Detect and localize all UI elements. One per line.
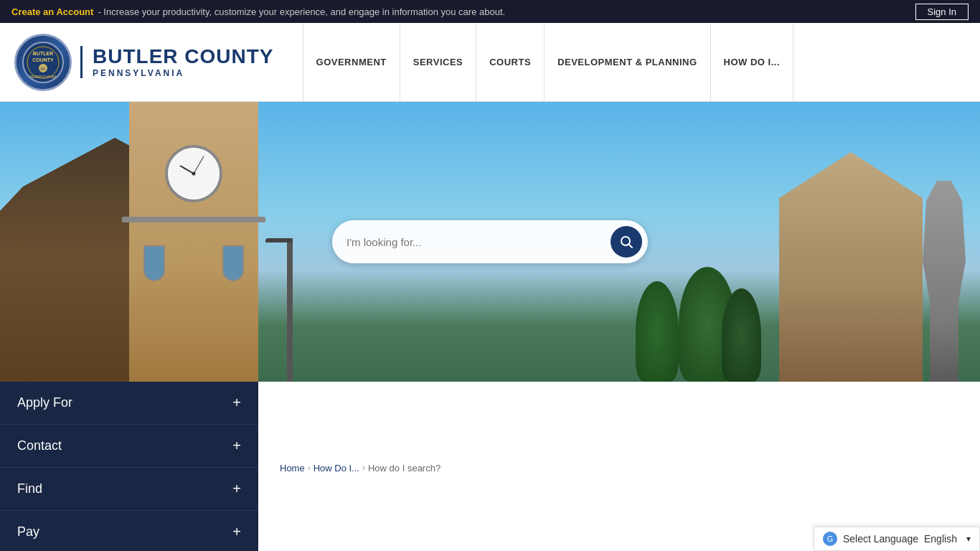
nav-link-development[interactable]: DEVELOPMENT & PLANNING bbox=[545, 23, 710, 101]
language-bar: G Select Language English Spanish French… bbox=[814, 527, 980, 551]
svg-text:BUTLER: BUTLER bbox=[33, 51, 53, 56]
main-nav: GOVERNMENT SERVICES COURTS DEVELOPMENT &… bbox=[303, 23, 966, 101]
search-overlay bbox=[332, 220, 648, 263]
language-select[interactable]: English Spanish French bbox=[924, 533, 961, 545]
language-label: Select Language bbox=[843, 533, 918, 545]
sidebar-item-pay-expand-icon: + bbox=[232, 524, 241, 540]
building-right bbox=[779, 152, 923, 382]
org-name: BUTLER COUNTY bbox=[93, 46, 274, 68]
google-translate-icon: G bbox=[823, 532, 837, 546]
chevron-down-icon: ▾ bbox=[966, 534, 971, 544]
nav-item-government[interactable]: GOVERNMENT bbox=[303, 23, 400, 101]
svg-text:COUNTY: COUNTY bbox=[32, 57, 54, 62]
logo-seal: BUTLER COUNTY PA PENNSYLVANIA bbox=[14, 34, 72, 91]
breadcrumb-home[interactable]: Home bbox=[280, 463, 305, 474]
main-article: Home › How Do I... › How do I search? Ho… bbox=[258, 382, 980, 551]
breadcrumb-how-do-i[interactable]: How Do I... bbox=[314, 463, 359, 474]
logo-text-group: BUTLER COUNTY PENNSYLVANIA bbox=[80, 46, 274, 78]
sidebar-item-contact[interactable]: Contact + bbox=[0, 425, 258, 468]
clock-tower bbox=[129, 102, 258, 382]
create-account-link[interactable]: Create an Account bbox=[11, 6, 93, 17]
nav-item-services[interactable]: SERVICES bbox=[400, 23, 477, 101]
top-bar: Create an Account - Increase your produc… bbox=[0, 0, 980, 23]
street-lamp bbox=[287, 238, 293, 382]
sidebar-item-apply-for-label: Apply For bbox=[17, 395, 72, 410]
breadcrumb-sep-2: › bbox=[362, 463, 365, 473]
sidebar-item-find-label: Find bbox=[17, 481, 42, 496]
sign-in-button[interactable]: Sign In bbox=[915, 4, 969, 20]
translate-icon-text: G bbox=[827, 534, 834, 543]
sidebar-item-find[interactable]: Find + bbox=[0, 468, 258, 511]
sidebar-item-apply-for[interactable]: Apply For + bbox=[0, 382, 258, 425]
search-bar-container bbox=[332, 220, 648, 263]
nav-item-courts[interactable]: COURTS bbox=[476, 23, 545, 101]
breadcrumb: Home › How Do I... › How do I search? bbox=[280, 396, 958, 540]
main-content: Apply For + Contact + Find + Pay + Home … bbox=[0, 382, 980, 551]
org-subtitle: PENNSYLVANIA bbox=[93, 68, 274, 78]
breadcrumb-current: How do I search? bbox=[368, 463, 440, 474]
search-button[interactable] bbox=[611, 226, 642, 258]
nav-link-services[interactable]: SERVICES bbox=[400, 23, 477, 101]
trees bbox=[621, 267, 765, 382]
sidebar-item-find-expand-icon: + bbox=[232, 481, 241, 497]
svg-text:PENNSYLVANIA: PENNSYLVANIA bbox=[29, 75, 57, 79]
svg-text:PA: PA bbox=[41, 67, 46, 71]
top-bar-message: Create an Account - Increase your produc… bbox=[11, 6, 505, 17]
sidebar: Apply For + Contact + Find + Pay + bbox=[0, 382, 258, 551]
nav-link-how-do-i[interactable]: HOW DO I... bbox=[711, 23, 793, 101]
sidebar-item-contact-expand-icon: + bbox=[232, 438, 241, 454]
breadcrumb-sep-1: › bbox=[308, 463, 311, 473]
nav-link-courts[interactable]: COURTS bbox=[476, 23, 545, 101]
sidebar-item-pay[interactable]: Pay + bbox=[0, 511, 258, 551]
svg-line-8 bbox=[629, 245, 633, 248]
hero-section bbox=[0, 102, 980, 382]
search-icon bbox=[619, 235, 633, 249]
sidebar-item-apply-for-expand-icon: + bbox=[232, 395, 241, 411]
tagline-text: - Increase your productivity, customize … bbox=[98, 6, 505, 17]
nav-item-development[interactable]: DEVELOPMENT & PLANNING bbox=[545, 23, 710, 101]
sidebar-item-contact-label: Contact bbox=[17, 438, 62, 453]
nav-link-government[interactable]: GOVERNMENT bbox=[303, 23, 400, 101]
sidebar-item-pay-label: Pay bbox=[17, 524, 39, 540]
search-input[interactable] bbox=[347, 236, 611, 248]
seal-icon: BUTLER COUNTY PA PENNSYLVANIA bbox=[17, 36, 70, 89]
site-header: BUTLER COUNTY PA PENNSYLVANIA BUTLER COU… bbox=[0, 23, 980, 102]
nav-item-how-do-i[interactable]: HOW DO I... bbox=[711, 23, 793, 101]
logo-link[interactable]: BUTLER COUNTY PA PENNSYLVANIA BUTLER COU… bbox=[14, 34, 274, 91]
